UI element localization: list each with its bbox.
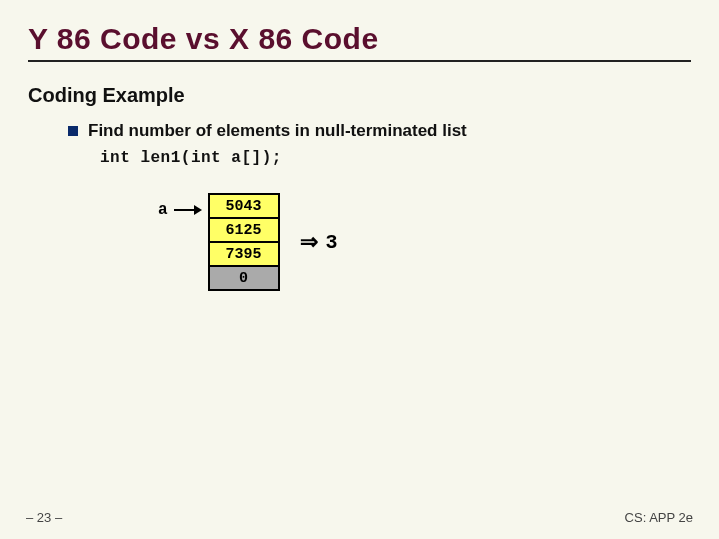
- array-diagram: a 5043 6125 7395 0 ⇒ 3: [158, 195, 691, 291]
- array-cells: 5043 6125 7395 0: [208, 195, 280, 291]
- result-group: ⇒ 3: [300, 229, 338, 255]
- slide-title: Y 86 Code vs X 86 Code: [28, 22, 691, 56]
- array-cell: 7395: [208, 241, 280, 267]
- square-bullet-icon: [68, 126, 78, 136]
- slide-number: – 23 –: [26, 510, 62, 525]
- array-cell: 6125: [208, 217, 280, 243]
- arrow-right-icon: [174, 204, 202, 216]
- section-heading: Coding Example: [28, 84, 691, 107]
- result-value: 3: [326, 231, 338, 254]
- array-variable-label: a: [158, 201, 168, 219]
- title-underline: [28, 60, 691, 62]
- svg-marker-1: [194, 205, 202, 215]
- bullet-item: Find number of elements in null-terminat…: [68, 121, 691, 141]
- array-cell-terminator: 0: [208, 265, 280, 291]
- code-signature: int len1(int a[]);: [100, 149, 691, 167]
- course-tag: CS: APP 2e: [625, 510, 693, 525]
- pointer-label-group: a: [158, 201, 202, 219]
- bullet-text: Find number of elements in null-terminat…: [88, 121, 467, 141]
- double-arrow-right-icon: ⇒: [300, 229, 318, 255]
- array-cell: 5043: [208, 193, 280, 219]
